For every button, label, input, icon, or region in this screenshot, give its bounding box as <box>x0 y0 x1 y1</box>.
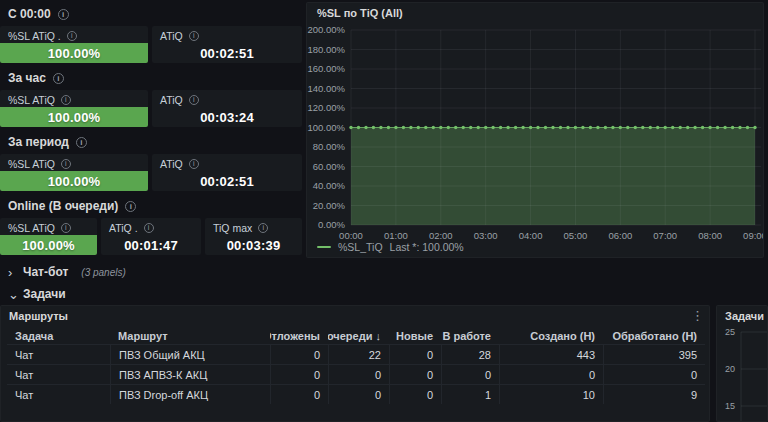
stat-title: %SL ATiQ <box>8 222 55 234</box>
info-icon[interactable]: i <box>53 73 64 84</box>
row-header-hour[interactable]: За час i <box>8 69 64 87</box>
cell-route: ПВЗ Drop-off АКЦ <box>110 385 270 404</box>
tasks-chart-title[interactable]: Задачи (All <box>725 310 768 322</box>
info-icon[interactable]: i <box>189 159 199 169</box>
column-header-created[interactable]: Создано (Н) <box>499 327 603 344</box>
svg-text:160.00%: 160.00% <box>307 63 345 74</box>
column-header-deferred[interactable]: Отложены <box>270 327 328 344</box>
cell-deferred: 0 <box>270 345 328 364</box>
row-header-from-start[interactable]: С 00:00 i <box>8 5 69 23</box>
info-icon[interactable]: i <box>144 223 154 233</box>
svg-text:100.00%: 100.00% <box>307 122 345 133</box>
stat-panel-sl-atiq-online[interactable]: %SL ATiQ i 100.00% <box>0 218 97 255</box>
dashboard: С 00:00 i %SL ATiQ . i 100.00% ATiQ i 00… <box>0 0 768 422</box>
stat-panel-atiq-start[interactable]: ATiQ i 00:02:51 <box>152 26 302 63</box>
svg-text:25: 25 <box>725 327 735 337</box>
legend-series-name: %SL_TiQ <box>338 241 383 253</box>
table-header-row: Задача Маршрут Отложены В очереди ↓ Новы… <box>7 327 705 344</box>
stat-panel-atiq-hour[interactable]: ATiQ i 00:03:24 <box>152 90 302 127</box>
routes-table-title[interactable]: Маршруты <box>9 310 68 322</box>
table-row[interactable]: Чат ПВЗ АПВЗ-К АКЦ 0 0 0 0 0 0 <box>7 364 705 384</box>
cell-task: Чат <box>7 345 110 364</box>
stat-panel-tiq-max[interactable]: TiQ max i 00:03:39 <box>205 218 302 255</box>
column-header-in-queue-sorted[interactable]: В очереди ↓ <box>328 327 389 344</box>
svg-text:20.00%: 20.00% <box>313 200 346 211</box>
stat-title: %SL ATiQ <box>8 94 55 106</box>
cell-in-progress: 0 <box>441 365 499 384</box>
row-header-online[interactable]: Online (В очереди) i <box>8 197 136 215</box>
routes-table: Задача Маршрут Отложены В очереди ↓ Новы… <box>7 327 705 404</box>
svg-text:07:00: 07:00 <box>653 230 677 241</box>
svg-text:06:00: 06:00 <box>608 230 632 241</box>
row-header-chatbot[interactable]: › Чат-бот (3 panels) <box>8 263 126 281</box>
svg-text:200.00%: 200.00% <box>307 24 345 35</box>
info-icon[interactable]: i <box>189 31 199 41</box>
svg-text:20: 20 <box>725 364 735 374</box>
column-header-processed[interactable]: Обработано (Н) <box>603 327 705 344</box>
cell-new: 0 <box>389 385 441 404</box>
stat-panel-sl-atiq-period[interactable]: %SL ATiQ i 100.00% <box>0 154 148 191</box>
chart-title[interactable]: %SL по TiQ (All) <box>317 7 403 19</box>
row-header-period[interactable]: За период i <box>8 133 87 151</box>
stat-value: 00:01:47 <box>101 235 201 255</box>
column-header-route[interactable]: Маршрут <box>110 327 270 344</box>
cell-deferred: 0 <box>270 365 328 384</box>
cell-created: 0 <box>499 365 603 384</box>
svg-text:04:00: 04:00 <box>519 230 543 241</box>
column-header-in-progress[interactable]: В работе <box>441 327 499 344</box>
sl-tiq-chart-plot[interactable]: 200.00%180.00%160.00%140.00%120.00%100.0… <box>307 20 764 258</box>
row-header-tasks[interactable]: ⌄ Задачи <box>8 285 66 303</box>
info-icon[interactable]: i <box>189 95 199 105</box>
stat-panel-sl-atiq-start[interactable]: %SL ATiQ . i 100.00% <box>0 26 148 63</box>
info-icon[interactable]: i <box>61 95 71 105</box>
cell-task: Чат <box>7 365 110 384</box>
svg-text:0.00%: 0.00% <box>318 219 345 230</box>
stat-value: 00:03:39 <box>205 235 302 255</box>
stat-panel-atiq-period[interactable]: ATiQ i 00:02:51 <box>152 154 302 191</box>
legend-series-swatch <box>317 246 331 249</box>
stat-title: ATiQ . <box>109 222 138 234</box>
svg-text:120.00%: 120.00% <box>307 102 345 113</box>
stat-title: ATiQ <box>160 94 183 106</box>
cell-processed: 395 <box>603 345 705 364</box>
column-header-task[interactable]: Задача <box>7 327 110 344</box>
panel-routes-table: Маршруты ⋮ Задача Маршрут Отложены В оче… <box>0 305 710 422</box>
cell-deferred: 0 <box>270 385 328 404</box>
legend-item-sl-tiq[interactable]: %SL_TiQ Last *: 100.00% <box>317 241 464 253</box>
cell-processed: 0 <box>603 365 705 384</box>
row-header-label: Чат-бот <box>23 265 68 279</box>
cell-created: 443 <box>499 345 603 364</box>
row-header-label: Задачи <box>23 287 66 301</box>
svg-text:80.00%: 80.00% <box>313 141 346 152</box>
info-icon[interactable]: i <box>258 223 268 233</box>
svg-text:01:00: 01:00 <box>384 230 408 241</box>
info-icon[interactable]: i <box>61 223 71 233</box>
info-icon[interactable]: i <box>61 159 71 169</box>
stat-panel-atiq-online[interactable]: ATiQ . i 00:01:47 <box>101 218 201 255</box>
info-icon[interactable]: i <box>76 137 87 148</box>
table-row[interactable]: Чат ПВЗ Drop-off АКЦ 0 0 0 1 10 9 <box>7 384 705 404</box>
info-icon[interactable]: i <box>125 201 136 212</box>
cell-in-queue: 0 <box>328 365 389 384</box>
svg-text:00:00: 00:00 <box>339 230 363 241</box>
svg-text:03:00: 03:00 <box>474 230 498 241</box>
info-icon[interactable]: i <box>58 9 69 20</box>
table-row[interactable]: Чат ПВЗ Общий АКЦ 0 22 0 28 443 395 <box>7 344 705 364</box>
stat-value: 00:02:51 <box>152 171 302 191</box>
panel-sl-tiq-chart: %SL по TiQ (All) 200.00%180.00%160.00%14… <box>306 2 764 258</box>
cell-task: Чат <box>7 385 110 404</box>
stat-panel-sl-atiq-hour[interactable]: %SL ATiQ i 100.00% <box>0 90 148 127</box>
panel-menu-icon[interactable]: ⋮ <box>691 309 704 322</box>
cell-in-progress: 1 <box>441 385 499 404</box>
cell-route: ПВЗ АПВЗ-К АКЦ <box>110 365 270 384</box>
cell-new: 0 <box>389 345 441 364</box>
stat-value: 100.00% <box>0 107 148 127</box>
chevron-down-icon: ⌄ <box>8 287 16 302</box>
stat-value: 100.00% <box>0 43 148 63</box>
info-icon[interactable]: i <box>67 31 77 41</box>
column-header-new[interactable]: Новые <box>389 327 441 344</box>
tasks-chart-plot[interactable]: 252015 <box>717 324 768 422</box>
cell-in-queue: 22 <box>328 345 389 364</box>
row-header-label: За период <box>8 135 69 149</box>
svg-text:180.00%: 180.00% <box>307 44 345 55</box>
